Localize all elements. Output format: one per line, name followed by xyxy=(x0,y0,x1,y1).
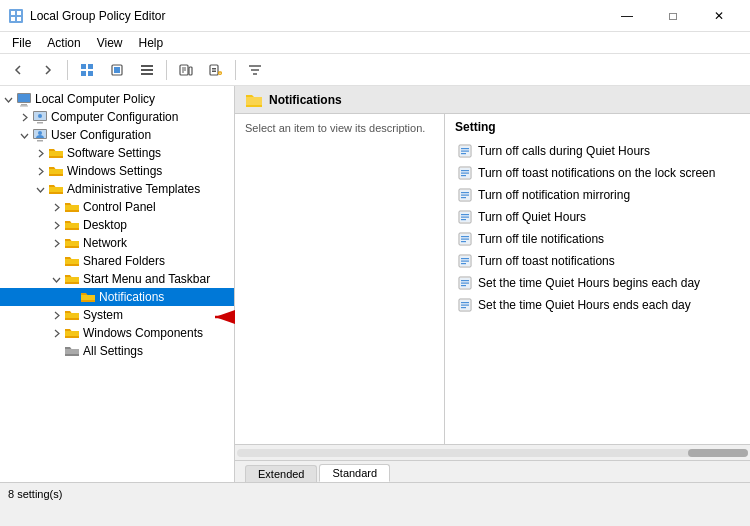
scrollbar-thumb[interactable] xyxy=(688,449,748,457)
status-text: 8 setting(s) xyxy=(8,488,62,500)
expand-btn-software-settings[interactable] xyxy=(32,145,48,161)
toolbar-btn-6[interactable] xyxy=(172,57,200,83)
svg-rect-11 xyxy=(141,65,153,67)
svg-rect-45 xyxy=(461,195,469,196)
scrollbar-track[interactable] xyxy=(237,449,748,457)
setting-row-5[interactable]: Turn off toast notifications xyxy=(455,250,740,272)
setting-icon-2 xyxy=(457,187,473,203)
tree-item-label-administrative-templates: Administrative Templates xyxy=(67,182,200,196)
setting-row-7[interactable]: Set the time Quiet Hours ends each day xyxy=(455,294,740,316)
tree-item-local-computer-policy[interactable]: Local Computer Policy xyxy=(0,90,234,108)
tab-extended[interactable]: Extended xyxy=(245,465,317,482)
settings-pane: Setting Turn off calls during Quiet Hour… xyxy=(445,114,750,444)
svg-rect-56 xyxy=(461,241,466,242)
horizontal-scrollbar[interactable] xyxy=(235,444,750,460)
setting-icon-0 xyxy=(457,143,473,159)
expand-btn-shared-folders[interactable] xyxy=(48,253,64,269)
menu-action[interactable]: Action xyxy=(39,34,88,52)
minimize-button[interactable]: — xyxy=(604,0,650,32)
tree-item-system[interactable]: System xyxy=(0,306,234,324)
setting-label-7: Set the time Quiet Hours ends each day xyxy=(478,298,691,312)
toolbar-btn-5[interactable] xyxy=(133,57,161,83)
setting-row-6[interactable]: Set the time Quiet Hours begins each day xyxy=(455,272,740,294)
menu-file[interactable]: File xyxy=(4,34,39,52)
tree-item-network[interactable]: Network xyxy=(0,234,234,252)
svg-rect-54 xyxy=(461,236,469,237)
setting-row-3[interactable]: Turn off Quiet Hours xyxy=(455,206,740,228)
svg-point-31 xyxy=(38,131,42,135)
svg-rect-26 xyxy=(37,122,43,124)
maximize-button[interactable]: □ xyxy=(650,0,696,32)
toolbar-separator-1 xyxy=(67,60,68,80)
expand-btn-desktop[interactable] xyxy=(48,217,64,233)
folder-icon-windows-components xyxy=(64,325,80,341)
toolbar-btn-4[interactable] xyxy=(103,57,131,83)
window-controls: — □ ✕ xyxy=(604,0,742,32)
expand-btn-control-panel[interactable] xyxy=(48,199,64,215)
tree-item-label-windows-components: Windows Components xyxy=(83,326,203,340)
svg-rect-44 xyxy=(461,192,469,193)
setting-icon-4 xyxy=(457,231,473,247)
setting-row-0[interactable]: Turn off calls during Quiet Hours xyxy=(455,140,740,162)
title-bar: Local Group Policy Editor — □ ✕ xyxy=(0,0,750,32)
folder-icon-shared-folders xyxy=(64,253,80,269)
svg-rect-65 xyxy=(461,283,469,284)
tree-item-label-control-panel: Control Panel xyxy=(83,200,156,214)
right-pane: Notifications Select an item to view its… xyxy=(235,86,750,460)
back-button[interactable] xyxy=(4,57,32,83)
svg-rect-3 xyxy=(11,17,15,21)
forward-button[interactable] xyxy=(34,57,62,83)
tree-item-desktop[interactable]: Desktop xyxy=(0,216,234,234)
menu-help[interactable]: Help xyxy=(131,34,172,52)
tree-item-control-panel[interactable]: Control Panel xyxy=(0,198,234,216)
toolbar-btn-7[interactable] xyxy=(202,57,230,83)
folder-icon-windows-settings xyxy=(48,163,64,179)
svg-rect-10 xyxy=(114,67,120,73)
expand-btn-notifications[interactable] xyxy=(64,289,80,305)
setting-row-2[interactable]: Turn off notification mirroring xyxy=(455,184,740,206)
expand-btn-user-configuration[interactable] xyxy=(16,127,32,143)
svg-rect-49 xyxy=(461,214,469,215)
tree-pane[interactable]: Local Computer Policy Computer Configura… xyxy=(0,86,235,482)
setting-icon-1 xyxy=(457,165,473,181)
tree-item-software-settings[interactable]: Software Settings xyxy=(0,144,234,162)
tree-item-notifications[interactable]: Notifications xyxy=(0,288,234,306)
tree-item-user-configuration[interactable]: User Configuration xyxy=(0,126,234,144)
tree-item-windows-components[interactable]: Windows Components xyxy=(0,324,234,342)
svg-rect-5 xyxy=(81,64,86,69)
expand-btn-network[interactable] xyxy=(48,235,64,251)
description-text: Select an item to view its description. xyxy=(245,122,425,134)
tree-item-label-software-settings: Software Settings xyxy=(67,146,161,160)
setting-row-4[interactable]: Turn off tile notifications xyxy=(455,228,740,250)
folder-icon-notifications xyxy=(80,289,96,305)
tree-item-computer-configuration[interactable]: Computer Configuration xyxy=(0,108,234,126)
svg-rect-60 xyxy=(461,261,469,262)
tree-item-label-local-computer-policy: Local Computer Policy xyxy=(35,92,155,106)
folder-icon-administrative-templates xyxy=(48,181,64,197)
expand-btn-windows-components[interactable] xyxy=(48,325,64,341)
expand-btn-system[interactable] xyxy=(48,307,64,323)
toolbar xyxy=(0,54,750,86)
expand-btn-computer-configuration[interactable] xyxy=(16,109,32,125)
tree-item-windows-settings[interactable]: Windows Settings xyxy=(0,162,234,180)
tree-item-administrative-templates[interactable]: Administrative Templates xyxy=(0,180,234,198)
tree-item-start-menu-taskbar[interactable]: Start Menu and Taskbar xyxy=(0,270,234,288)
svg-rect-13 xyxy=(141,73,153,75)
tab-standard[interactable]: Standard xyxy=(319,464,390,482)
filter-button[interactable] xyxy=(241,57,269,83)
expand-btn-administrative-templates[interactable] xyxy=(32,181,48,197)
close-button[interactable]: ✕ xyxy=(696,0,742,32)
svg-rect-71 xyxy=(461,307,466,308)
tree-item-shared-folders[interactable]: Shared Folders xyxy=(0,252,234,270)
expand-btn-windows-settings[interactable] xyxy=(32,163,48,179)
tree-item-label-system: System xyxy=(83,308,123,322)
expand-btn-all-settings[interactable] xyxy=(48,343,64,359)
expand-btn-start-menu-taskbar[interactable] xyxy=(48,271,64,287)
expand-btn-local-computer-policy[interactable] xyxy=(0,91,16,107)
toolbar-btn-3[interactable] xyxy=(73,57,101,83)
tree-item-all-settings[interactable]: All Settings xyxy=(0,342,234,360)
menu-view[interactable]: View xyxy=(89,34,131,52)
setting-row-1[interactable]: Turn off toast notifications on the lock… xyxy=(455,162,740,184)
tree-item-label-computer-configuration: Computer Configuration xyxy=(51,110,178,124)
svg-rect-51 xyxy=(461,219,466,220)
